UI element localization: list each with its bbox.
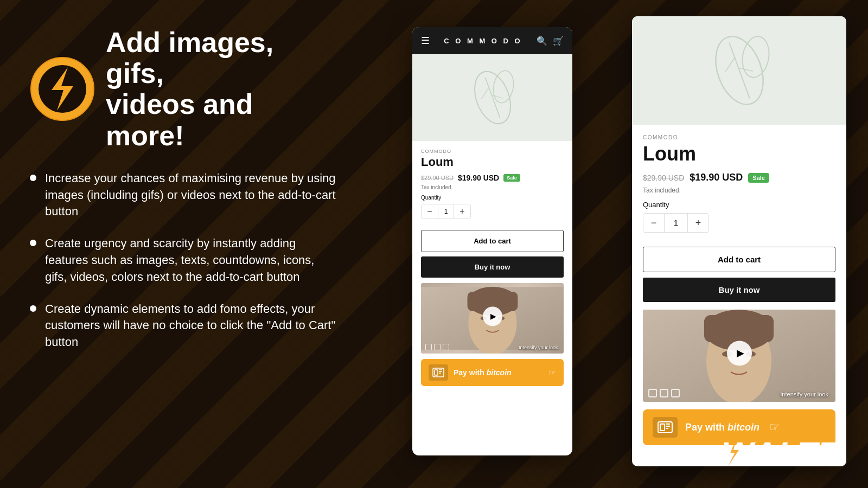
desktop-bitcoin-text: Pay with bitcoin: [685, 422, 760, 433]
mobile-qty-decrease[interactable]: −: [422, 204, 438, 219]
bullet-text-1: Increase your chances of maximising reve…: [45, 170, 339, 220]
page-layout: Add images, gifs, videos and more! Incre…: [0, 0, 868, 488]
desktop-price-new: $19.90 USD: [690, 172, 743, 183]
mobile-video-dots: [425, 344, 449, 350]
bullet-item-3: Create dynamic elements to add fomo effe…: [30, 301, 339, 351]
mobile-brand-label: COMMODO: [421, 149, 564, 154]
bullet-text-2: Create urgency and scarcity by instantly…: [45, 235, 339, 285]
app-logo: [30, 56, 95, 121]
desktop-bitcoin-icon: [653, 417, 678, 438]
mobile-bitcoin-text: Pay with bitcoin: [454, 368, 512, 377]
desktop-add-to-cart-button[interactable]: Add to cart: [643, 247, 835, 272]
mobile-nav-icons: 🔍 🛒: [537, 36, 564, 46]
svg-text:WALTT: WALTT: [722, 435, 842, 471]
desktop-brand-label: COMMODO: [643, 134, 835, 140]
bullet-item-2: Create urgency and scarcity by instantly…: [30, 235, 339, 285]
desktop-video-dot-1: [648, 389, 657, 397]
desktop-price-row: $29.90 USD $19.90 USD Sale: [643, 172, 835, 183]
mobile-price-row: $29.90 USD $19.90 USD Sale: [421, 174, 564, 182]
waltt-logo: WALTT: [722, 433, 846, 477]
desktop-video-dot-2: [660, 389, 668, 397]
mobile-brand: C O M M O D O: [444, 37, 522, 45]
waltt-logo-text: WALTT: [722, 445, 846, 477]
mobile-bitcoin-button[interactable]: Pay with bitcoin ☞: [421, 359, 564, 386]
bullet-dot: [30, 240, 36, 246]
mobile-product-info: COMMODO Loum $29.90 USD $19.90 USD Sale …: [412, 141, 572, 230]
mobile-nav: ☰ C O M M O D O 🔍 🛒: [412, 27, 572, 54]
mobile-qty-label: Quantity: [421, 195, 564, 201]
desktop-price-old: $29.90 USD: [643, 174, 684, 182]
mobile-video-caption: Intensify your look.: [519, 345, 559, 350]
mobile-bitcoin-icon: [429, 364, 448, 381]
bullet-list: Increase your chances of maximising reve…: [30, 170, 339, 351]
mobile-add-to-cart-button[interactable]: Add to cart: [421, 230, 564, 252]
desktop-product-info: COMMODO Loum $29.90 USD $19.90 USD Sale …: [632, 125, 846, 247]
mobile-buy-now-button[interactable]: Buy it now: [421, 256, 564, 278]
mobile-qty-increase[interactable]: +: [454, 204, 470, 219]
bullet-item-1: Increase your chances of maximising reve…: [30, 170, 339, 220]
right-panel: ☰ C O M M O D O 🔍 🛒 COMMODO: [369, 0, 868, 488]
desktop-qty-increase[interactable]: +: [688, 214, 709, 232]
svg-rect-15: [435, 370, 438, 375]
desktop-video-dots: [648, 389, 680, 397]
mobile-mockup: ☰ C O M M O D O 🔍 🛒 COMMODO: [412, 27, 572, 455]
mobile-video-block: ▶ Intensify your look.: [421, 283, 564, 354]
video-dot-3: [443, 344, 449, 350]
svg-rect-31: [660, 424, 665, 431]
desktop-sale-badge: Sale: [748, 173, 769, 183]
bullet-dot: [30, 175, 36, 181]
desktop-tax: Tax included.: [643, 187, 835, 194]
desktop-mockup: COMMODO Loum $29.90 USD $19.90 USD Sale …: [632, 16, 846, 466]
mobile-product-name: Loum: [421, 155, 564, 169]
bullet-text-3: Create dynamic elements to add fomo effe…: [45, 301, 339, 351]
mobile-price-new: $19.90 USD: [458, 174, 499, 182]
mobile-product-image: [412, 54, 572, 141]
desktop-buy-now-button[interactable]: Buy it now: [643, 278, 835, 302]
mobile-tax: Tax included.: [421, 184, 564, 190]
mobile-video-play-button[interactable]: ▶: [483, 306, 502, 326]
mobile-price-old: $29.90 USD: [421, 175, 454, 181]
mobile-qty-row: − 1 +: [421, 204, 471, 219]
video-dot-2: [434, 344, 441, 350]
desktop-product-image: [632, 16, 846, 125]
desktop-video-block: ▶ Intensify your look.: [643, 310, 835, 402]
desktop-qty-decrease[interactable]: −: [643, 214, 664, 232]
cart-icon[interactable]: 🛒: [553, 36, 564, 46]
desktop-qty-value: 1: [664, 214, 688, 232]
mobile-sale-badge: Sale: [503, 174, 520, 182]
svg-line-20: [729, 42, 750, 98]
mobile-qty-value: 1: [438, 204, 454, 219]
desktop-video-dot-3: [671, 389, 680, 397]
desktop-video-caption: Intensify your look.: [780, 391, 830, 397]
main-title: Add images, gifs, videos and more!: [106, 27, 339, 151]
search-icon[interactable]: 🔍: [537, 36, 547, 46]
desktop-qty-label: Quantity: [643, 201, 835, 209]
desktop-product-name: Loum: [643, 143, 835, 165]
desktop-qty-row: − 1 +: [643, 213, 709, 233]
bullet-dot: [30, 305, 36, 312]
svg-line-4: [485, 77, 500, 118]
video-dot-1: [425, 344, 432, 350]
svg-rect-29: [704, 315, 774, 342]
left-panel: Add images, gifs, videos and more! Incre…: [0, 0, 369, 488]
desktop-video-play-button[interactable]: ▶: [727, 341, 752, 365]
header-row: Add images, gifs, videos and more!: [30, 27, 339, 151]
